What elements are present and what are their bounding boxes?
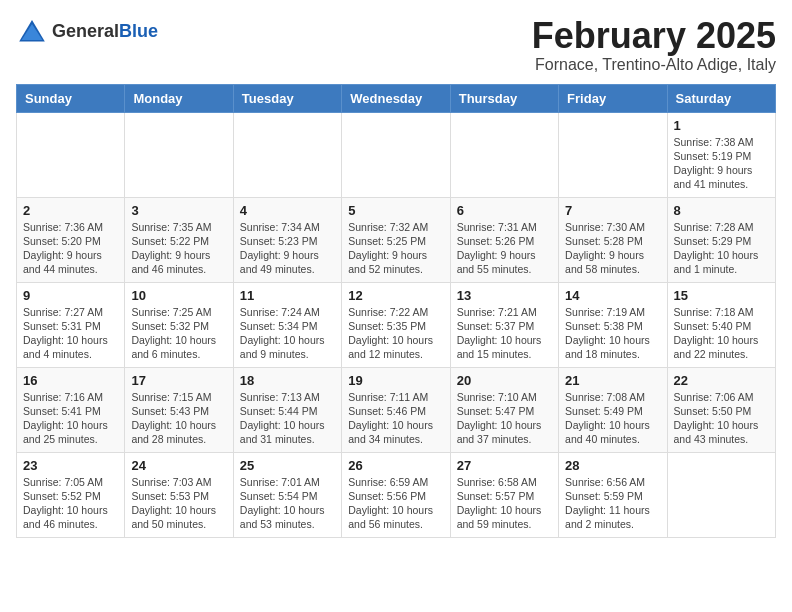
calendar-cell	[233, 112, 341, 197]
calendar-cell: 1Sunrise: 7:38 AM Sunset: 5:19 PM Daylig…	[667, 112, 775, 197]
calendar-cell: 15Sunrise: 7:18 AM Sunset: 5:40 PM Dayli…	[667, 282, 775, 367]
calendar-cell: 22Sunrise: 7:06 AM Sunset: 5:50 PM Dayli…	[667, 367, 775, 452]
day-number: 22	[674, 373, 769, 388]
day-info: Sunrise: 7:28 AM Sunset: 5:29 PM Dayligh…	[674, 220, 769, 277]
day-info: Sunrise: 7:08 AM Sunset: 5:49 PM Dayligh…	[565, 390, 660, 447]
calendar-week-row: 16Sunrise: 7:16 AM Sunset: 5:41 PM Dayli…	[17, 367, 776, 452]
calendar-cell: 27Sunrise: 6:58 AM Sunset: 5:57 PM Dayli…	[450, 452, 558, 537]
day-number: 12	[348, 288, 443, 303]
calendar-cell: 2Sunrise: 7:36 AM Sunset: 5:20 PM Daylig…	[17, 197, 125, 282]
logo-general: General	[52, 21, 119, 41]
calendar-cell	[342, 112, 450, 197]
weekday-header-monday: Monday	[125, 84, 233, 112]
calendar-cell: 4Sunrise: 7:34 AM Sunset: 5:23 PM Daylig…	[233, 197, 341, 282]
day-number: 24	[131, 458, 226, 473]
day-info: Sunrise: 7:36 AM Sunset: 5:20 PM Dayligh…	[23, 220, 118, 277]
calendar-cell: 10Sunrise: 7:25 AM Sunset: 5:32 PM Dayli…	[125, 282, 233, 367]
day-number: 3	[131, 203, 226, 218]
weekday-header-wednesday: Wednesday	[342, 84, 450, 112]
calendar-cell	[450, 112, 558, 197]
calendar-cell: 5Sunrise: 7:32 AM Sunset: 5:25 PM Daylig…	[342, 197, 450, 282]
day-info: Sunrise: 7:10 AM Sunset: 5:47 PM Dayligh…	[457, 390, 552, 447]
calendar-cell	[17, 112, 125, 197]
day-info: Sunrise: 7:22 AM Sunset: 5:35 PM Dayligh…	[348, 305, 443, 362]
day-info: Sunrise: 7:16 AM Sunset: 5:41 PM Dayligh…	[23, 390, 118, 447]
day-number: 21	[565, 373, 660, 388]
calendar-cell: 18Sunrise: 7:13 AM Sunset: 5:44 PM Dayli…	[233, 367, 341, 452]
calendar-table: SundayMondayTuesdayWednesdayThursdayFrid…	[16, 84, 776, 538]
calendar-cell: 13Sunrise: 7:21 AM Sunset: 5:37 PM Dayli…	[450, 282, 558, 367]
day-info: Sunrise: 7:19 AM Sunset: 5:38 PM Dayligh…	[565, 305, 660, 362]
day-number: 19	[348, 373, 443, 388]
day-info: Sunrise: 7:27 AM Sunset: 5:31 PM Dayligh…	[23, 305, 118, 362]
calendar-cell	[559, 112, 667, 197]
day-info: Sunrise: 7:21 AM Sunset: 5:37 PM Dayligh…	[457, 305, 552, 362]
logo-blue: Blue	[119, 21, 158, 41]
calendar-subtitle: Fornace, Trentino-Alto Adige, Italy	[532, 56, 776, 74]
weekday-header-row: SundayMondayTuesdayWednesdayThursdayFrid…	[17, 84, 776, 112]
day-number: 9	[23, 288, 118, 303]
day-info: Sunrise: 7:35 AM Sunset: 5:22 PM Dayligh…	[131, 220, 226, 277]
calendar-cell: 11Sunrise: 7:24 AM Sunset: 5:34 PM Dayli…	[233, 282, 341, 367]
calendar-cell: 25Sunrise: 7:01 AM Sunset: 5:54 PM Dayli…	[233, 452, 341, 537]
day-number: 25	[240, 458, 335, 473]
weekday-header-saturday: Saturday	[667, 84, 775, 112]
calendar-week-row: 2Sunrise: 7:36 AM Sunset: 5:20 PM Daylig…	[17, 197, 776, 282]
day-number: 13	[457, 288, 552, 303]
calendar-cell: 19Sunrise: 7:11 AM Sunset: 5:46 PM Dayli…	[342, 367, 450, 452]
calendar-cell: 17Sunrise: 7:15 AM Sunset: 5:43 PM Dayli…	[125, 367, 233, 452]
calendar-cell: 9Sunrise: 7:27 AM Sunset: 5:31 PM Daylig…	[17, 282, 125, 367]
day-number: 8	[674, 203, 769, 218]
calendar-cell: 8Sunrise: 7:28 AM Sunset: 5:29 PM Daylig…	[667, 197, 775, 282]
calendar-cell: 21Sunrise: 7:08 AM Sunset: 5:49 PM Dayli…	[559, 367, 667, 452]
title-area: February 2025 Fornace, Trentino-Alto Adi…	[532, 16, 776, 74]
day-info: Sunrise: 6:56 AM Sunset: 5:59 PM Dayligh…	[565, 475, 660, 532]
logo-icon	[16, 16, 48, 48]
calendar-cell: 24Sunrise: 7:03 AM Sunset: 5:53 PM Dayli…	[125, 452, 233, 537]
weekday-header-friday: Friday	[559, 84, 667, 112]
day-info: Sunrise: 7:13 AM Sunset: 5:44 PM Dayligh…	[240, 390, 335, 447]
day-info: Sunrise: 7:03 AM Sunset: 5:53 PM Dayligh…	[131, 475, 226, 532]
day-number: 4	[240, 203, 335, 218]
day-number: 5	[348, 203, 443, 218]
calendar-cell: 3Sunrise: 7:35 AM Sunset: 5:22 PM Daylig…	[125, 197, 233, 282]
day-number: 1	[674, 118, 769, 133]
calendar-title: February 2025	[532, 16, 776, 56]
day-info: Sunrise: 7:24 AM Sunset: 5:34 PM Dayligh…	[240, 305, 335, 362]
calendar-cell: 12Sunrise: 7:22 AM Sunset: 5:35 PM Dayli…	[342, 282, 450, 367]
calendar-cell: 16Sunrise: 7:16 AM Sunset: 5:41 PM Dayli…	[17, 367, 125, 452]
day-number: 18	[240, 373, 335, 388]
calendar-cell: 6Sunrise: 7:31 AM Sunset: 5:26 PM Daylig…	[450, 197, 558, 282]
day-info: Sunrise: 7:32 AM Sunset: 5:25 PM Dayligh…	[348, 220, 443, 277]
day-info: Sunrise: 7:05 AM Sunset: 5:52 PM Dayligh…	[23, 475, 118, 532]
day-number: 7	[565, 203, 660, 218]
day-info: Sunrise: 6:58 AM Sunset: 5:57 PM Dayligh…	[457, 475, 552, 532]
day-info: Sunrise: 7:38 AM Sunset: 5:19 PM Dayligh…	[674, 135, 769, 192]
weekday-header-sunday: Sunday	[17, 84, 125, 112]
calendar-cell	[125, 112, 233, 197]
svg-marker-1	[22, 24, 43, 40]
calendar-cell: 28Sunrise: 6:56 AM Sunset: 5:59 PM Dayli…	[559, 452, 667, 537]
day-number: 10	[131, 288, 226, 303]
calendar-cell: 20Sunrise: 7:10 AM Sunset: 5:47 PM Dayli…	[450, 367, 558, 452]
calendar-cell: 26Sunrise: 6:59 AM Sunset: 5:56 PM Dayli…	[342, 452, 450, 537]
logo-text: GeneralBlue	[52, 21, 158, 43]
page-header: GeneralBlue February 2025 Fornace, Trent…	[16, 16, 776, 74]
day-number: 16	[23, 373, 118, 388]
day-info: Sunrise: 7:34 AM Sunset: 5:23 PM Dayligh…	[240, 220, 335, 277]
day-info: Sunrise: 7:18 AM Sunset: 5:40 PM Dayligh…	[674, 305, 769, 362]
day-number: 23	[23, 458, 118, 473]
day-number: 26	[348, 458, 443, 473]
day-number: 27	[457, 458, 552, 473]
calendar-week-row: 23Sunrise: 7:05 AM Sunset: 5:52 PM Dayli…	[17, 452, 776, 537]
day-info: Sunrise: 7:31 AM Sunset: 5:26 PM Dayligh…	[457, 220, 552, 277]
calendar-week-row: 1Sunrise: 7:38 AM Sunset: 5:19 PM Daylig…	[17, 112, 776, 197]
day-info: Sunrise: 6:59 AM Sunset: 5:56 PM Dayligh…	[348, 475, 443, 532]
calendar-cell: 14Sunrise: 7:19 AM Sunset: 5:38 PM Dayli…	[559, 282, 667, 367]
day-info: Sunrise: 7:06 AM Sunset: 5:50 PM Dayligh…	[674, 390, 769, 447]
calendar-cell: 23Sunrise: 7:05 AM Sunset: 5:52 PM Dayli…	[17, 452, 125, 537]
day-info: Sunrise: 7:15 AM Sunset: 5:43 PM Dayligh…	[131, 390, 226, 447]
day-number: 20	[457, 373, 552, 388]
weekday-header-thursday: Thursday	[450, 84, 558, 112]
weekday-header-tuesday: Tuesday	[233, 84, 341, 112]
